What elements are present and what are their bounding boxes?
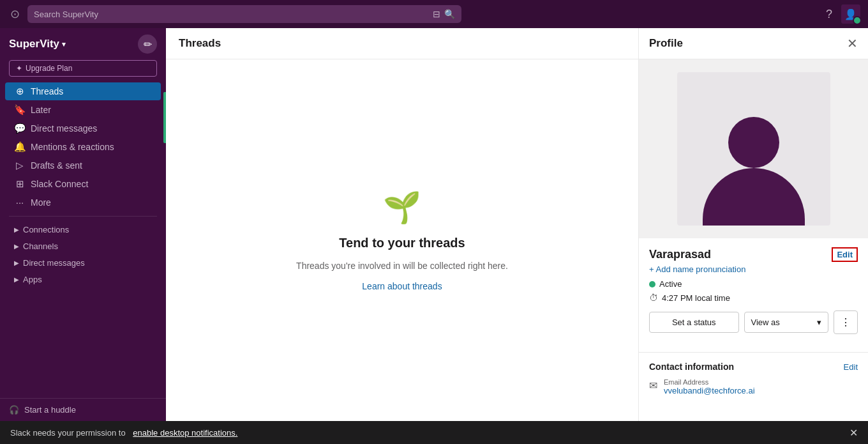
mentions-icon: 🔔 [14,141,26,153]
profile-header: Profile ✕ [639,28,868,59]
enable-notifications-link[interactable]: enable desktop notifications. [133,428,237,438]
sidebar-item-more[interactable]: ··· More [5,194,161,211]
empty-state-description: Threads you're involved in will be colle… [296,261,508,271]
main-content: Threads 🌱 Tend to your threads Threads y… [166,28,638,421]
sidebar-connections-label: Connections [23,225,69,234]
sidebar-header: SuperVity ▾ ✏ [0,28,166,60]
arrow-icon: ▶ [14,243,19,250]
notification-bar: Slack needs your permission to enable de… [0,421,868,444]
sidebar-item-later-label: Later [31,105,51,115]
page-title: Threads [179,37,221,49]
contact-section-title: Contact information [649,362,734,372]
clock-icon: ⏱ [649,293,658,303]
upgrade-label: Upgrade Plan [26,64,72,73]
arrow-icon: ▶ [14,276,19,283]
workspace-name-text: SuperVity [9,38,59,50]
search-filter-icons: ⊟ 🔍 [433,9,455,19]
sidebar-apps-label: Apps [23,275,42,284]
contact-section: Contact information Edit ✉ Email Address… [639,352,868,404]
set-status-button[interactable]: Set a status [649,312,739,333]
notification-space [128,428,131,438]
active-status-dot [649,281,655,287]
sidebar-item-slack-connect[interactable]: ⊞ Slack Connect [5,175,161,193]
start-huddle-button[interactable]: 🎧 Start a huddle [9,405,157,415]
plant-icon: 🌱 [383,190,421,226]
search-icon[interactable]: 🔍 [444,9,455,19]
email-label: Email Address [664,378,755,386]
sidebar-item-apps[interactable]: ▶ Apps [5,272,161,287]
sidebar-item-drafts-label: Drafts & sent [31,160,82,171]
sidebar: SuperVity ▾ ✏ ✦ Upgrade Plan ⊕ Threads 🔖… [0,28,166,421]
add-pronunciation-link[interactable]: + Add name pronunciation [649,264,858,274]
profile-name: Varaprasad [649,248,711,261]
profile-name-row: Varaprasad Edit [649,247,858,262]
profile-avatar [677,72,830,226]
arrow-icon: ▶ [14,226,19,233]
email-icon: ✉ [649,379,657,392]
upgrade-icon: ✦ [16,64,22,73]
sidebar-item-direct-messages[interactable]: 💬 Direct messages [5,119,161,137]
sidebar-item-dm-section[interactable]: ▶ Direct messages [5,255,161,271]
chevron-down-icon: ▾ [62,40,66,49]
profile-info: Varaprasad Edit + Add name pronunciation… [639,238,868,352]
close-profile-button[interactable]: ✕ [847,37,858,50]
top-bar: ⊙ Search SuperVity ⊟ 🔍 ? 👤 [0,0,868,28]
chevron-down-icon: ▾ [817,318,821,327]
learn-about-threads-link[interactable]: Learn about threads [362,281,442,291]
sidebar-item-drafts[interactable]: ▷ Drafts & sent [5,157,161,174]
edit-profile-button[interactable]: Edit [832,247,858,262]
view-as-button[interactable]: View as ▾ [744,312,829,333]
notification-text: Slack needs your permission to [10,428,126,438]
avatar-head [728,117,779,168]
arrow-icon: ▶ [14,259,19,266]
sidebar-dm-section-label: Direct messages [23,258,85,268]
sidebar-channels-label: Channels [23,241,58,251]
upgrade-plan-button[interactable]: ✦ Upgrade Plan [9,60,157,77]
sidebar-item-mentions-label: Mentions & reactions [31,142,114,152]
local-time: 4:27 PM local time [662,293,730,303]
email-value[interactable]: vvelubandi@techforce.ai [664,386,755,395]
green-indicator-bar [163,92,166,143]
new-message-button[interactable]: ✏ [138,34,157,54]
dm-icon: 💬 [14,123,26,134]
more-options-button[interactable]: ⋮ [834,310,858,334]
avatar[interactable]: 👤 [841,4,860,24]
top-bar-right: ? 👤 [823,4,860,24]
contact-info-block: Email Address vvelubandi@techforce.ai [664,378,755,395]
sidebar-item-connections[interactable]: ▶ Connections [5,222,161,238]
profile-title: Profile [649,37,683,50]
edit-contact-button[interactable]: Edit [844,362,858,372]
profile-avatar-container [639,59,868,238]
status-label: Active [659,279,682,289]
sidebar-divider [9,216,157,217]
threads-icon: ⊕ [14,86,26,97]
help-icon[interactable]: ? [823,5,835,24]
status-row: Active [649,279,858,289]
app-body: SuperVity ▾ ✏ ✦ Upgrade Plan ⊕ Threads 🔖… [0,28,868,421]
close-notification-button[interactable]: ✕ [849,427,858,439]
threads-empty-state: 🌱 Tend to your threads Threads you're in… [166,59,638,421]
profile-actions: Set a status View as ▾ ⋮ [649,310,858,334]
search-text: Search SuperVity [34,10,429,19]
headphones-icon: 🎧 [9,405,19,415]
huddle-label: Start a huddle [24,405,76,415]
filter-icon[interactable]: ⊟ [433,9,440,19]
local-time-row: ⏱ 4:27 PM local time [649,293,858,303]
sidebar-item-channels[interactable]: ▶ Channels [5,238,161,254]
workspace-name[interactable]: SuperVity ▾ [9,38,66,50]
sidebar-item-threads[interactable]: ⊕ Threads [5,82,161,100]
sidebar-item-dm-label: Direct messages [31,123,97,134]
sidebar-item-later[interactable]: 🔖 Later [5,101,161,119]
view-as-label: View as [751,318,780,327]
sidebar-item-mentions[interactable]: 🔔 Mentions & reactions [5,138,161,156]
more-icon: ··· [14,197,26,208]
contact-email-row: ✉ Email Address vvelubandi@techforce.ai [649,378,858,395]
threads-header: Threads [166,28,638,59]
history-icon[interactable]: ⊙ [8,4,22,24]
empty-state-title: Tend to your threads [339,236,465,250]
sidebar-item-slack-connect-label: Slack Connect [31,179,88,189]
search-bar[interactable]: Search SuperVity ⊟ 🔍 [27,5,461,23]
sidebar-item-more-label: More [31,197,51,208]
sidebar-bottom: 🎧 Start a huddle [0,398,166,421]
sidebar-nav: ⊕ Threads 🔖 Later 💬 Direct messages 🔔 Me… [0,82,166,398]
